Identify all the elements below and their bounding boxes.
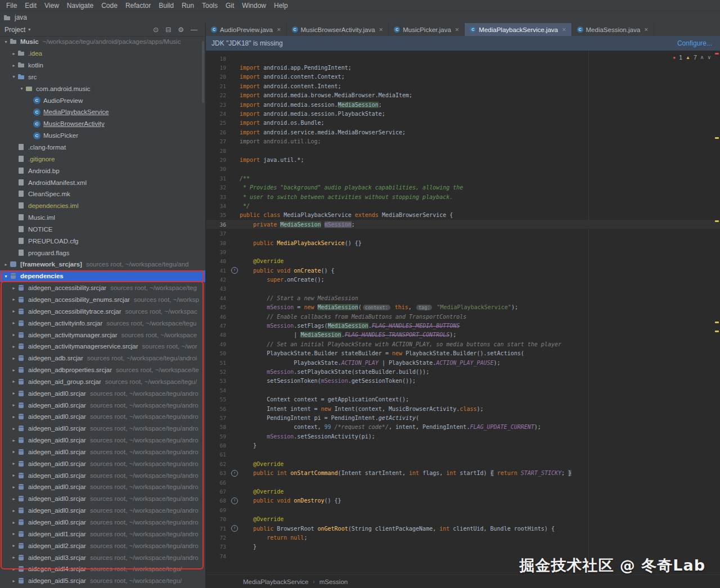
tree-item-MediaPlaybackService[interactable]: CMediaPlaybackService [0, 106, 205, 118]
chevron-collapsed-icon[interactable]: ▸ [10, 567, 17, 572]
close-icon[interactable]: ✕ [562, 27, 566, 33]
prev-highlight-icon[interactable]: ∧ [700, 55, 704, 60]
line-number[interactable]: 62 [206, 461, 230, 467]
line-number[interactable]: 39 [206, 249, 230, 255]
tree-item-aidegen_aidl0.srcjar[interactable]: ▸aidegen_aidl0.srcjarsources root, ~/wor… [0, 411, 205, 423]
tree-item-proguard.flags[interactable]: proguard.flags [0, 247, 205, 259]
menu-edit[interactable]: Edit [21, 1, 40, 10]
line-number[interactable]: 31 [206, 175, 230, 182]
chevron-collapsed-icon[interactable]: ▸ [10, 391, 17, 396]
line-number[interactable]: 70 [206, 516, 230, 522]
menu-file[interactable]: File [2, 1, 21, 10]
line-number[interactable]: 47 [206, 323, 230, 329]
line-number[interactable]: 36 [206, 221, 230, 228]
line-number[interactable]: 51 [206, 360, 230, 366]
line-number[interactable]: 52 [206, 369, 230, 375]
collapse-all-icon[interactable]: ⊟ [165, 26, 171, 34]
line-number[interactable]: 54 [206, 387, 230, 393]
chevron-down-icon[interactable]: ▾ [28, 27, 30, 32]
chevron-collapsed-icon[interactable]: ▸ [10, 297, 17, 302]
tree-item-kotlin[interactable]: ▸kotlin [0, 60, 205, 71]
tree-item-aidegen_aidl3.srcjar[interactable]: ▸aidegen_aidl3.srcjarsources root, ~/wor… [0, 551, 205, 563]
menu-navigate[interactable]: Navigate [63, 1, 97, 10]
line-number[interactable]: 20 [206, 74, 230, 80]
line-number[interactable]: 67 [206, 489, 230, 495]
scrollbar-thumb[interactable] [202, 41, 204, 103]
close-icon[interactable]: ✕ [277, 27, 281, 33]
overrides-method-icon[interactable]: ↑ [231, 497, 238, 504]
tree-item-aidegen_aidl1.srcjar[interactable]: ▸aidegen_aidl1.srcjarsources root, ~/wor… [0, 528, 205, 540]
editor-tab-AudioPreview.java[interactable]: CAudioPreview.java✕ [206, 23, 287, 36]
tree-item-aidegen_activityinfo.srcjar[interactable]: ▸aidegen_activityinfo.srcjarsources root… [0, 317, 205, 329]
line-number[interactable]: 71 [206, 526, 230, 532]
tree-item-Music[interactable]: ▾Music~/workspace/tegu/android/packages/… [0, 36, 205, 48]
line-number[interactable]: 68 [206, 497, 230, 504]
tree-item-aidegen_aidl5.srcjar[interactable]: ▸aidegen_aidl5.srcjarsources root, ~/wor… [0, 575, 205, 587]
line-number[interactable]: 60 [206, 442, 230, 449]
inspections-widget[interactable]: ● 1 ▲ 7 ∧ ∨ [673, 54, 711, 61]
tree-item-aidegen_accessibilitytrace.srcjar[interactable]: ▸aidegen_accessibilitytrace.srcjarsource… [0, 305, 205, 317]
locate-file-icon[interactable]: ⊙ [153, 26, 159, 34]
chevron-collapsed-icon[interactable]: ▸ [10, 51, 17, 56]
line-number[interactable]: 30 [206, 166, 230, 172]
chevron-collapsed-icon[interactable]: ▸ [10, 356, 17, 361]
line-number[interactable]: 49 [206, 341, 230, 347]
tree-item-com.android.music[interactable]: ▾com.android.music [0, 83, 205, 94]
line-number[interactable]: 34 [206, 203, 230, 209]
line-number[interactable]: 45 [206, 304, 230, 310]
line-number[interactable]: 58 [206, 424, 230, 430]
tree-item-CleanSpec.mk[interactable]: CleanSpec.mk [0, 188, 205, 200]
scrollbar-warning-mark[interactable] [715, 137, 719, 139]
menu-view[interactable]: View [40, 1, 63, 10]
gear-icon[interactable]: ⚙ [178, 26, 184, 34]
menu-help[interactable]: Help [270, 1, 292, 10]
line-number[interactable]: 42 [206, 277, 230, 283]
tree-item-Music.iml[interactable]: Music.iml [0, 212, 205, 224]
line-number[interactable]: 59 [206, 433, 230, 440]
menu-window[interactable]: Window [238, 1, 270, 10]
chevron-collapsed-icon[interactable]: ▸ [10, 449, 17, 454]
close-icon[interactable]: ✕ [644, 27, 649, 33]
chevron-expanded-icon[interactable]: ▾ [2, 274, 10, 279]
tree-item-aidegen_aidl0.srcjar[interactable]: ▸aidegen_aidl0.srcjarsources root, ~/wor… [0, 435, 205, 446]
chevron-collapsed-icon[interactable]: ▸ [10, 496, 17, 501]
line-number[interactable]: 50 [206, 350, 230, 356]
chevron-collapsed-icon[interactable]: ▸ [10, 461, 17, 466]
line-number[interactable]: 32 [206, 184, 230, 191]
scrollbar-warning-mark[interactable] [715, 331, 719, 332]
line-number[interactable]: 24 [206, 111, 230, 117]
tree-item-AudioPreview[interactable]: CAudioPreview [0, 94, 205, 106]
line-number[interactable]: 35 [206, 212, 230, 218]
chevron-collapsed-icon[interactable]: ▸ [10, 368, 17, 373]
tree-item-dependencies[interactable]: ▾dependencies [0, 270, 205, 282]
chevron-collapsed-icon[interactable]: ▸ [10, 320, 17, 325]
chevron-collapsed-icon[interactable]: ▸ [10, 344, 17, 349]
line-number[interactable]: 37 [206, 230, 230, 237]
configure-link[interactable]: Configure... [677, 39, 712, 47]
tree-item-src[interactable]: ▾src [0, 71, 205, 83]
chevron-collapsed-icon[interactable]: ▸ [10, 473, 17, 478]
line-number[interactable]: 53 [206, 378, 230, 384]
tree-item-Android.bp[interactable]: Android.bp [0, 165, 205, 177]
tree-item-aidegen_aidl0.srcjar[interactable]: ▸aidegen_aidl0.srcjarsources root, ~/wor… [0, 458, 205, 469]
line-number[interactable]: 22 [206, 92, 230, 98]
tree-item-aidegen_aidl0.srcjar[interactable]: ▸aidegen_aidl0.srcjarsources root, ~/wor… [0, 423, 205, 435]
editor[interactable]: 1819import android.app.PendingIntent;20i… [206, 51, 720, 575]
line-number[interactable]: 18 [206, 56, 230, 62]
line-number[interactable]: 48 [206, 332, 230, 338]
chevron-collapsed-icon[interactable]: ▸ [10, 578, 17, 584]
close-icon[interactable]: ✕ [379, 27, 384, 33]
tree-item-aidegen_adbproperties.srcjar[interactable]: ▸aidegen_adbproperties.srcjarsources roo… [0, 364, 205, 376]
tree-item-NOTICE[interactable]: NOTICE [0, 224, 205, 236]
tree-item-aidegen_aidl4.srcjar[interactable]: ▸aidegen_aidl4.srcjarsources root, ~/wor… [0, 563, 205, 575]
chevron-collapsed-icon[interactable]: ▸ [10, 438, 17, 443]
chevron-collapsed-icon[interactable]: ▸ [10, 309, 17, 314]
line-number[interactable]: 66 [206, 480, 230, 486]
tree-item-aidegen_adb.srcjar[interactable]: ▸aidegen_adb.srcjarsources root, ~/works… [0, 352, 205, 364]
tree-item-AndroidManifest.xml[interactable]: AndroidManifest.xml [0, 177, 205, 188]
line-number[interactable]: 26 [206, 129, 230, 135]
overrides-method-icon[interactable]: ↑ [231, 267, 238, 274]
line-number[interactable]: 56 [206, 406, 230, 412]
line-number[interactable]: 63 [206, 470, 230, 476]
line-number[interactable]: 40 [206, 258, 230, 264]
